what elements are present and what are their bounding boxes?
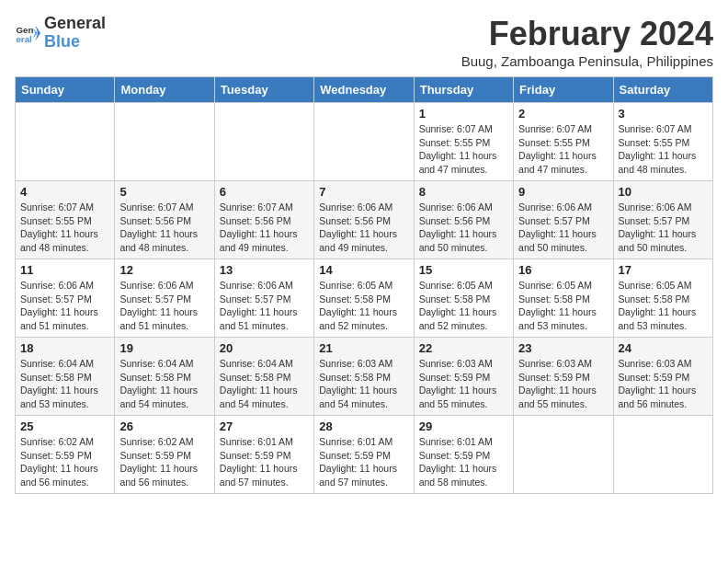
day-number: 5 bbox=[119, 185, 209, 199]
title-area: February 2024 Buug, Zamboanga Peninsula,… bbox=[461, 15, 713, 69]
day-info: Sunrise: 6:06 AMSunset: 5:56 PMDaylight:… bbox=[419, 201, 508, 255]
day-number: 18 bbox=[20, 341, 109, 355]
col-thursday: Thursday bbox=[414, 77, 513, 103]
col-wednesday: Wednesday bbox=[314, 77, 414, 103]
calendar-week-row: 25Sunrise: 6:02 AMSunset: 5:59 PMDayligh… bbox=[16, 416, 713, 494]
calendar-cell bbox=[115, 103, 214, 181]
day-info: Sunrise: 6:07 AMSunset: 5:55 PMDaylight:… bbox=[419, 122, 508, 177]
calendar-cell bbox=[214, 103, 313, 181]
day-number: 22 bbox=[419, 341, 508, 355]
logo-text: General Blue bbox=[44, 15, 106, 52]
day-info: Sunrise: 6:04 AMSunset: 5:58 PMDaylight:… bbox=[20, 357, 109, 411]
calendar-cell bbox=[514, 416, 613, 494]
day-number: 12 bbox=[119, 263, 209, 277]
day-number: 8 bbox=[419, 185, 508, 199]
day-number: 7 bbox=[319, 185, 408, 199]
day-info: Sunrise: 6:07 AMSunset: 5:55 PMDaylight:… bbox=[619, 122, 708, 177]
calendar-cell bbox=[314, 103, 414, 181]
day-number: 17 bbox=[619, 263, 708, 277]
day-info: Sunrise: 6:06 AMSunset: 5:57 PMDaylight:… bbox=[518, 201, 608, 255]
calendar-cell: 23Sunrise: 6:03 AMSunset: 5:59 PMDayligh… bbox=[514, 338, 613, 416]
calendar-cell: 16Sunrise: 6:05 AMSunset: 5:58 PMDayligh… bbox=[514, 259, 613, 338]
col-monday: Monday bbox=[115, 77, 214, 103]
day-number: 21 bbox=[319, 341, 408, 355]
col-friday: Friday bbox=[514, 77, 613, 103]
day-number: 14 bbox=[319, 263, 408, 277]
calendar-cell: 26Sunrise: 6:02 AMSunset: 5:59 PMDayligh… bbox=[115, 416, 214, 494]
calendar-week-row: 18Sunrise: 6:04 AMSunset: 5:58 PMDayligh… bbox=[16, 338, 713, 416]
calendar-week-row: 1Sunrise: 6:07 AMSunset: 5:55 PMDaylight… bbox=[16, 103, 713, 181]
month-year-title: February 2024 bbox=[461, 15, 713, 53]
col-saturday: Saturday bbox=[613, 77, 712, 103]
day-info: Sunrise: 6:01 AMSunset: 5:59 PMDaylight:… bbox=[419, 435, 508, 489]
day-info: Sunrise: 6:05 AMSunset: 5:58 PMDaylight:… bbox=[419, 279, 508, 333]
calendar-cell: 27Sunrise: 6:01 AMSunset: 5:59 PMDayligh… bbox=[214, 416, 313, 494]
day-info: Sunrise: 6:02 AMSunset: 5:59 PMDaylight:… bbox=[119, 435, 209, 489]
day-number: 13 bbox=[220, 263, 309, 277]
day-number: 10 bbox=[619, 185, 708, 199]
day-info: Sunrise: 6:04 AMSunset: 5:58 PMDaylight:… bbox=[119, 357, 209, 411]
calendar-table: Sunday Monday Tuesday Wednesday Thursday… bbox=[15, 76, 713, 494]
calendar-cell bbox=[613, 416, 712, 494]
calendar-cell: 8Sunrise: 6:06 AMSunset: 5:56 PMDaylight… bbox=[414, 181, 513, 259]
day-number: 29 bbox=[419, 419, 508, 433]
logo-line2: Blue bbox=[44, 32, 80, 51]
day-number: 19 bbox=[119, 341, 209, 355]
day-number: 26 bbox=[119, 419, 209, 433]
logo: Gen eral General Blue bbox=[15, 15, 106, 52]
day-number: 9 bbox=[518, 185, 608, 199]
day-info: Sunrise: 6:05 AMSunset: 5:58 PMDaylight:… bbox=[619, 279, 708, 333]
day-info: Sunrise: 6:07 AMSunset: 5:56 PMDaylight:… bbox=[119, 201, 209, 255]
day-number: 25 bbox=[20, 419, 109, 433]
day-number: 23 bbox=[518, 341, 608, 355]
calendar-cell: 12Sunrise: 6:06 AMSunset: 5:57 PMDayligh… bbox=[115, 259, 214, 338]
col-tuesday: Tuesday bbox=[214, 77, 313, 103]
day-number: 3 bbox=[619, 107, 708, 121]
calendar-cell: 25Sunrise: 6:02 AMSunset: 5:59 PMDayligh… bbox=[16, 416, 115, 494]
day-number: 27 bbox=[220, 419, 309, 433]
calendar-cell: 10Sunrise: 6:06 AMSunset: 5:57 PMDayligh… bbox=[613, 181, 712, 259]
day-info: Sunrise: 6:01 AMSunset: 5:59 PMDaylight:… bbox=[220, 435, 309, 489]
day-number: 20 bbox=[220, 341, 309, 355]
calendar-cell: 2Sunrise: 6:07 AMSunset: 5:55 PMDaylight… bbox=[514, 103, 613, 181]
calendar-cell: 18Sunrise: 6:04 AMSunset: 5:58 PMDayligh… bbox=[16, 338, 115, 416]
day-info: Sunrise: 6:03 AMSunset: 5:59 PMDaylight:… bbox=[619, 357, 708, 411]
calendar-cell: 1Sunrise: 6:07 AMSunset: 5:55 PMDaylight… bbox=[414, 103, 513, 181]
day-info: Sunrise: 6:01 AMSunset: 5:59 PMDaylight:… bbox=[319, 435, 408, 489]
calendar-cell: 21Sunrise: 6:03 AMSunset: 5:58 PMDayligh… bbox=[314, 338, 414, 416]
day-info: Sunrise: 6:06 AMSunset: 5:57 PMDaylight:… bbox=[119, 279, 209, 333]
calendar-cell: 24Sunrise: 6:03 AMSunset: 5:59 PMDayligh… bbox=[613, 338, 712, 416]
day-info: Sunrise: 6:02 AMSunset: 5:59 PMDaylight:… bbox=[20, 435, 109, 489]
header-row: Sunday Monday Tuesday Wednesday Thursday… bbox=[16, 77, 713, 103]
calendar-cell: 28Sunrise: 6:01 AMSunset: 5:59 PMDayligh… bbox=[314, 416, 414, 494]
day-info: Sunrise: 6:03 AMSunset: 5:59 PMDaylight:… bbox=[518, 357, 608, 411]
day-number: 24 bbox=[619, 341, 708, 355]
calendar-cell: 17Sunrise: 6:05 AMSunset: 5:58 PMDayligh… bbox=[613, 259, 712, 338]
day-number: 6 bbox=[220, 185, 309, 199]
calendar-body: 1Sunrise: 6:07 AMSunset: 5:55 PMDaylight… bbox=[16, 103, 713, 494]
day-info: Sunrise: 6:03 AMSunset: 5:58 PMDaylight:… bbox=[319, 357, 408, 411]
calendar-cell: 22Sunrise: 6:03 AMSunset: 5:59 PMDayligh… bbox=[414, 338, 513, 416]
day-info: Sunrise: 6:06 AMSunset: 5:57 PMDaylight:… bbox=[619, 201, 708, 255]
day-info: Sunrise: 6:07 AMSunset: 5:56 PMDaylight:… bbox=[220, 201, 309, 255]
calendar-cell bbox=[16, 103, 115, 181]
day-info: Sunrise: 6:06 AMSunset: 5:56 PMDaylight:… bbox=[319, 201, 408, 255]
calendar-cell: 6Sunrise: 6:07 AMSunset: 5:56 PMDaylight… bbox=[214, 181, 313, 259]
day-number: 1 bbox=[419, 107, 508, 121]
day-info: Sunrise: 6:05 AMSunset: 5:58 PMDaylight:… bbox=[319, 279, 408, 333]
calendar-cell: 19Sunrise: 6:04 AMSunset: 5:58 PMDayligh… bbox=[115, 338, 214, 416]
calendar-cell: 7Sunrise: 6:06 AMSunset: 5:56 PMDaylight… bbox=[314, 181, 414, 259]
calendar-week-row: 4Sunrise: 6:07 AMSunset: 5:55 PMDaylight… bbox=[16, 181, 713, 259]
calendar-cell: 13Sunrise: 6:06 AMSunset: 5:57 PMDayligh… bbox=[214, 259, 313, 338]
calendar-cell: 11Sunrise: 6:06 AMSunset: 5:57 PMDayligh… bbox=[16, 259, 115, 338]
logo-line1: General bbox=[44, 15, 106, 33]
calendar-cell: 29Sunrise: 6:01 AMSunset: 5:59 PMDayligh… bbox=[414, 416, 513, 494]
day-number: 16 bbox=[518, 263, 608, 277]
day-number: 2 bbox=[518, 107, 608, 121]
header: Gen eral General Blue February 2024 Buug… bbox=[15, 15, 713, 69]
day-number: 15 bbox=[419, 263, 508, 277]
day-info: Sunrise: 6:04 AMSunset: 5:58 PMDaylight:… bbox=[220, 357, 309, 411]
calendar-cell: 4Sunrise: 6:07 AMSunset: 5:55 PMDaylight… bbox=[16, 181, 115, 259]
svg-text:eral: eral bbox=[16, 34, 32, 44]
day-info: Sunrise: 6:07 AMSunset: 5:55 PMDaylight:… bbox=[20, 201, 109, 255]
